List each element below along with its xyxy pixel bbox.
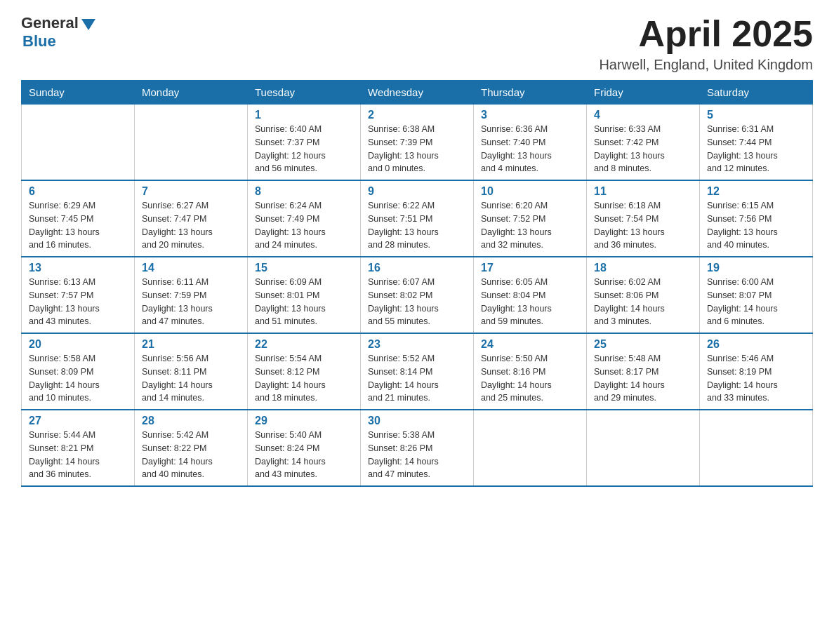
day-info: Sunrise: 5:50 AMSunset: 8:16 PMDaylight:… [481, 352, 579, 405]
day-number: 8 [255, 185, 353, 198]
day-info: Sunrise: 6:22 AMSunset: 7:51 PMDaylight:… [368, 199, 466, 252]
day-info: Sunrise: 6:09 AMSunset: 8:01 PMDaylight:… [255, 276, 353, 328]
day-number: 10 [481, 185, 579, 198]
day-info: Sunrise: 6:05 AMSunset: 8:04 PMDaylight:… [481, 276, 579, 328]
calendar-week-row: 6Sunrise: 6:29 AMSunset: 7:45 PMDaylight… [22, 180, 813, 257]
day-info: Sunrise: 6:38 AMSunset: 7:39 PMDaylight:… [368, 123, 466, 175]
day-number: 27 [29, 415, 127, 427]
day-number: 24 [481, 338, 579, 351]
weekday-header-wednesday: Wednesday [361, 81, 474, 105]
day-info: Sunrise: 5:44 AMSunset: 8:21 PMDaylight:… [29, 429, 127, 481]
calendar-cell: 21Sunrise: 5:56 AMSunset: 8:11 PMDayligh… [135, 333, 248, 410]
day-number: 21 [142, 338, 240, 351]
calendar-cell: 5Sunrise: 6:31 AMSunset: 7:44 PMDaylight… [700, 105, 813, 181]
day-number: 2 [368, 109, 466, 121]
day-info: Sunrise: 5:58 AMSunset: 8:09 PMDaylight:… [29, 352, 127, 405]
calendar-cell: 3Sunrise: 6:36 AMSunset: 7:40 PMDaylight… [474, 105, 587, 181]
day-number: 18 [594, 262, 692, 274]
calendar-week-row: 1Sunrise: 6:40 AMSunset: 7:37 PMDaylight… [22, 105, 813, 181]
calendar-cell: 4Sunrise: 6:33 AMSunset: 7:42 PMDaylight… [587, 105, 700, 181]
calendar-cell: 30Sunrise: 5:38 AMSunset: 8:26 PMDayligh… [361, 410, 474, 486]
weekday-header-monday: Monday [135, 81, 248, 105]
weekday-header-saturday: Saturday [700, 81, 813, 105]
day-number: 28 [142, 415, 240, 427]
calendar-week-row: 13Sunrise: 6:13 AMSunset: 7:57 PMDayligh… [22, 257, 813, 333]
calendar-title: April 2025 [599, 14, 813, 54]
calendar-cell: 26Sunrise: 5:46 AMSunset: 8:19 PMDayligh… [700, 333, 813, 410]
calendar-cell: 27Sunrise: 5:44 AMSunset: 8:21 PMDayligh… [22, 410, 135, 486]
day-info: Sunrise: 5:38 AMSunset: 8:26 PMDaylight:… [368, 429, 466, 481]
day-info: Sunrise: 5:40 AMSunset: 8:24 PMDaylight:… [255, 429, 353, 481]
day-number: 6 [29, 185, 127, 198]
calendar-cell: 13Sunrise: 6:13 AMSunset: 7:57 PMDayligh… [22, 257, 135, 333]
page-header: General Blue April 2025 Harwell, England… [21, 14, 813, 73]
day-number: 16 [368, 262, 466, 274]
day-number: 29 [255, 415, 353, 427]
day-info: Sunrise: 6:36 AMSunset: 7:40 PMDaylight:… [481, 123, 579, 175]
day-number: 12 [707, 185, 805, 198]
day-number: 20 [29, 338, 127, 351]
day-number: 1 [255, 109, 353, 121]
day-info: Sunrise: 6:27 AMSunset: 7:47 PMDaylight:… [142, 199, 240, 252]
calendar-cell: 11Sunrise: 6:18 AMSunset: 7:54 PMDayligh… [587, 180, 700, 257]
calendar-week-row: 27Sunrise: 5:44 AMSunset: 8:21 PMDayligh… [22, 410, 813, 486]
calendar-cell: 19Sunrise: 6:00 AMSunset: 8:07 PMDayligh… [700, 257, 813, 333]
weekday-header-tuesday: Tuesday [248, 81, 361, 105]
title-section: April 2025 Harwell, England, United King… [599, 14, 813, 73]
day-info: Sunrise: 5:48 AMSunset: 8:17 PMDaylight:… [594, 352, 692, 405]
day-info: Sunrise: 6:11 AMSunset: 7:59 PMDaylight:… [142, 276, 240, 328]
calendar-cell: 1Sunrise: 6:40 AMSunset: 7:37 PMDaylight… [248, 105, 361, 181]
calendar-header-row: SundayMondayTuesdayWednesdayThursdayFrid… [22, 81, 813, 105]
calendar-cell: 10Sunrise: 6:20 AMSunset: 7:52 PMDayligh… [474, 180, 587, 257]
day-info: Sunrise: 6:02 AMSunset: 8:06 PMDaylight:… [594, 276, 692, 328]
calendar-cell: 6Sunrise: 6:29 AMSunset: 7:45 PMDaylight… [22, 180, 135, 257]
day-info: Sunrise: 6:20 AMSunset: 7:52 PMDaylight:… [481, 199, 579, 252]
day-info: Sunrise: 6:07 AMSunset: 8:02 PMDaylight:… [368, 276, 466, 328]
day-info: Sunrise: 5:54 AMSunset: 8:12 PMDaylight:… [255, 352, 353, 405]
calendar-cell: 20Sunrise: 5:58 AMSunset: 8:09 PMDayligh… [22, 333, 135, 410]
calendar-table: SundayMondayTuesdayWednesdayThursdayFrid… [21, 80, 813, 487]
calendar-cell: 14Sunrise: 6:11 AMSunset: 7:59 PMDayligh… [135, 257, 248, 333]
day-number: 3 [481, 109, 579, 121]
calendar-cell: 17Sunrise: 6:05 AMSunset: 8:04 PMDayligh… [474, 257, 587, 333]
calendar-cell: 9Sunrise: 6:22 AMSunset: 7:51 PMDaylight… [361, 180, 474, 257]
weekday-header-sunday: Sunday [22, 81, 135, 105]
day-info: Sunrise: 6:33 AMSunset: 7:42 PMDaylight:… [594, 123, 692, 175]
day-info: Sunrise: 6:15 AMSunset: 7:56 PMDaylight:… [707, 199, 805, 252]
day-number: 4 [594, 109, 692, 121]
day-number: 26 [707, 338, 805, 351]
day-number: 19 [707, 262, 805, 274]
logo-general-text: General [21, 14, 79, 32]
calendar-cell: 29Sunrise: 5:40 AMSunset: 8:24 PMDayligh… [248, 410, 361, 486]
calendar-cell [22, 105, 135, 181]
day-info: Sunrise: 6:24 AMSunset: 7:49 PMDaylight:… [255, 199, 353, 252]
calendar-week-row: 20Sunrise: 5:58 AMSunset: 8:09 PMDayligh… [22, 333, 813, 410]
logo-arrow-icon [81, 19, 95, 30]
day-info: Sunrise: 6:13 AMSunset: 7:57 PMDaylight:… [29, 276, 127, 328]
day-number: 17 [481, 262, 579, 274]
day-number: 9 [368, 185, 466, 198]
calendar-cell: 2Sunrise: 6:38 AMSunset: 7:39 PMDaylight… [361, 105, 474, 181]
day-info: Sunrise: 6:00 AMSunset: 8:07 PMDaylight:… [707, 276, 805, 328]
day-number: 22 [255, 338, 353, 351]
day-number: 11 [594, 185, 692, 198]
day-number: 7 [142, 185, 240, 198]
calendar-cell: 12Sunrise: 6:15 AMSunset: 7:56 PMDayligh… [700, 180, 813, 257]
calendar-cell [135, 105, 248, 181]
calendar-cell: 16Sunrise: 6:07 AMSunset: 8:02 PMDayligh… [361, 257, 474, 333]
calendar-cell [587, 410, 700, 486]
day-number: 25 [594, 338, 692, 351]
calendar-location: Harwell, England, United Kingdom [599, 57, 813, 73]
day-number: 14 [142, 262, 240, 274]
calendar-cell: 18Sunrise: 6:02 AMSunset: 8:06 PMDayligh… [587, 257, 700, 333]
day-info: Sunrise: 5:52 AMSunset: 8:14 PMDaylight:… [368, 352, 466, 405]
weekday-header-thursday: Thursday [474, 81, 587, 105]
calendar-cell: 25Sunrise: 5:48 AMSunset: 8:17 PMDayligh… [587, 333, 700, 410]
calendar-cell: 22Sunrise: 5:54 AMSunset: 8:12 PMDayligh… [248, 333, 361, 410]
logo-blue-text: Blue [22, 32, 56, 51]
day-number: 13 [29, 262, 127, 274]
day-info: Sunrise: 5:46 AMSunset: 8:19 PMDaylight:… [707, 352, 805, 405]
day-info: Sunrise: 6:18 AMSunset: 7:54 PMDaylight:… [594, 199, 692, 252]
day-number: 30 [368, 415, 466, 427]
calendar-cell [700, 410, 813, 486]
